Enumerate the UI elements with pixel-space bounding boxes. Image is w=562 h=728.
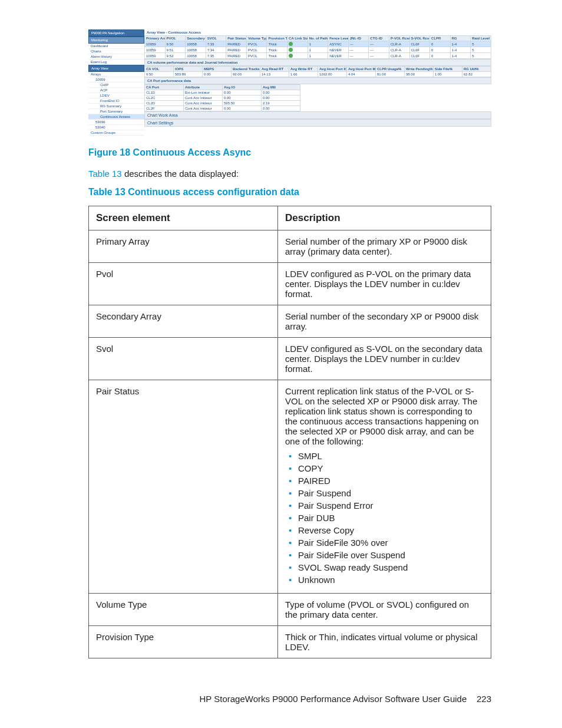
cell: 1 — [308, 47, 328, 53]
cell: 595.50 — [223, 101, 262, 106]
cell: 0.00 — [262, 106, 300, 111]
col-header[interactable]: P-VOL Rcst — [389, 36, 409, 41]
nav-custom-groups[interactable]: Custom Groups — [88, 130, 144, 136]
col-header[interactable]: Avg Host Port IO — [318, 67, 347, 72]
cell: 0.00 — [223, 90, 262, 95]
col-header[interactable]: RG Util% — [462, 67, 491, 72]
col-header[interactable]: Side File% — [434, 67, 462, 72]
col-header[interactable]: Write Pending% — [405, 67, 434, 72]
col-header[interactable]: Pair Status — [226, 36, 247, 41]
col-header[interactable]: Provision Type — [267, 36, 287, 41]
screen-element-cell: Pair Status — [89, 380, 278, 594]
main-panel: Array View - Continuous Access Primary A… — [144, 29, 491, 136]
table-13-link[interactable]: Table 13 — [88, 169, 122, 179]
nav-item[interactable]: Event Log — [88, 60, 144, 65]
table-row[interactable]: 100599:50100587:33PAIREDPVOLThick1ASYNC—… — [145, 41, 491, 47]
cell: 0 — [430, 53, 451, 59]
col-header[interactable]: S-VOL Rcst — [409, 36, 430, 41]
cell: — — [369, 53, 389, 59]
col-header[interactable]: Avg IO — [223, 85, 262, 90]
description-cell: Thick or Thin, indicates virtual volume … — [278, 626, 491, 658]
nav-tree-item[interactable]: FrontEnd IO — [88, 98, 144, 104]
nav-array-item[interactable]: 53036 — [88, 120, 144, 125]
nav-item[interactable]: Dashboard — [88, 44, 144, 49]
table-caption: Table 13 Continuous access configuration… — [88, 187, 491, 197]
col-header[interactable]: SVOL — [206, 36, 226, 41]
nav-header: P9000 PA Navigation — [88, 29, 144, 37]
table-row[interactable]: 9:50583.890.0092.0014.131.661262.004.048… — [145, 72, 491, 77]
cell: ASYNC — [328, 41, 349, 47]
nav-array-item[interactable]: 53040 — [88, 125, 144, 130]
screen-element-cell: Pvol — [89, 263, 278, 305]
col-header[interactable]: CLPR — [430, 36, 451, 41]
col-header[interactable]: JNL-ID — [348, 36, 369, 41]
nav-tree-item[interactable]: RG Summary — [88, 104, 144, 109]
chart-settings[interactable]: Chart Settings — [144, 119, 491, 127]
cell: 0.00 — [262, 90, 300, 95]
table-row[interactable]: CL1DExt-Lun Initiator0.000.00 — [145, 90, 300, 95]
col-header[interactable]: Primary Array — [145, 36, 166, 41]
nav-item[interactable]: Charts — [88, 49, 144, 54]
nav-tree-item[interactable]: LDEV — [88, 93, 144, 98]
col-header[interactable]: PVOL — [165, 36, 186, 41]
table-row[interactable]: CL2FCont.Acc Initiator0.000.00 — [145, 106, 300, 111]
col-header[interactable]: Avg Write RT — [289, 67, 318, 72]
cell: — — [348, 47, 369, 53]
col-header[interactable]: No. of Paths — [308, 36, 328, 41]
col-header[interactable]: Raid Level — [471, 36, 491, 41]
cell: 1.66 — [289, 72, 318, 77]
nav-item[interactable]: Alarm History — [88, 54, 144, 60]
footer-page: 223 — [477, 694, 491, 704]
chart-work-area[interactable]: Chart Work Area — [144, 111, 491, 119]
col-header[interactable]: IOPS — [174, 67, 203, 72]
table-row[interactable]: 100599:52100587:35PAIREDPVOLThick1NEVER—… — [145, 53, 491, 59]
nav-array-root[interactable]: 10059 — [88, 77, 144, 83]
table-row[interactable]: 100599:51100587:34PAIREDPVOLThick1NEVER—… — [145, 47, 491, 53]
cell: 583.89 — [174, 72, 203, 77]
list-item: Unknown — [298, 575, 484, 585]
table-row[interactable]: CL2DCont.Acc Initiator595.502.19 — [145, 101, 300, 106]
table-row: SvolLDEV configured as S-VOL on the seco… — [89, 338, 491, 380]
list-item: Pair SideFile over Suspend — [298, 550, 484, 560]
col-header[interactable]: Avg Read RT — [260, 67, 289, 72]
col-header[interactable]: CA Link Status — [287, 36, 308, 41]
app-screenshot: P9000 PA Navigation Monitoring Dashboard… — [88, 29, 491, 136]
description-cell: Type of volume (PVOL or SVOL) configured… — [278, 594, 491, 626]
list-item: Pair Suspend — [298, 488, 484, 498]
col-header[interactable]: Backend Tracks — [232, 67, 260, 72]
nav-continuous-access[interactable]: Continuous Access — [88, 114, 144, 120]
col-header[interactable]: Secondary Array — [186, 36, 206, 41]
nav-monitoring[interactable]: Monitoring — [88, 37, 144, 44]
main-title: Array View - Continuous Access — [144, 29, 491, 35]
col-header[interactable]: Fence Level — [328, 36, 349, 41]
nav-tree-item[interactable]: ACP — [88, 88, 144, 93]
cell: PVOL — [246, 41, 267, 47]
intro-rest: describes the data displayed: — [122, 169, 239, 179]
cell: 81.00 — [376, 72, 405, 77]
nav-tree-item[interactable]: CHIP — [88, 83, 144, 88]
col-header[interactable]: CA Port — [145, 85, 184, 90]
table-row: Pair StatusCurrent replication link stat… — [89, 380, 491, 594]
col-header[interactable]: MBPS — [203, 67, 232, 72]
cell: PAIRED — [226, 47, 247, 53]
cell: Cont.Acc Initiator — [184, 101, 223, 106]
screen-element-cell: Svol — [89, 338, 278, 380]
col-header[interactable]: CLPR Usage% — [376, 67, 405, 72]
nav-arrays[interactable]: Arrays — [88, 72, 144, 77]
col-header[interactable]: CA VOL — [145, 67, 174, 72]
col-header[interactable]: CTG-ID — [369, 36, 389, 41]
col-header[interactable]: Attribute — [184, 85, 223, 90]
list-item: Pair Suspend Error — [298, 500, 484, 510]
col-header[interactable]: Avg Host Port MB — [347, 67, 376, 72]
cell: CL2C — [145, 95, 184, 101]
col-header[interactable]: Avg MB — [262, 85, 300, 90]
col-header[interactable]: RG — [450, 36, 471, 41]
nav-tree-item[interactable]: Port Summary — [88, 109, 144, 114]
list-item: SMPL — [298, 451, 484, 461]
cell: 92.00 — [232, 72, 260, 77]
table-row[interactable]: CL2CCont.Acc Initiator0.000.00 — [145, 95, 300, 101]
cell: 10058 — [186, 53, 206, 59]
cell — [287, 53, 308, 59]
col-header[interactable]: Volume Type — [246, 36, 267, 41]
nav-array-view[interactable]: Array View — [88, 65, 144, 72]
